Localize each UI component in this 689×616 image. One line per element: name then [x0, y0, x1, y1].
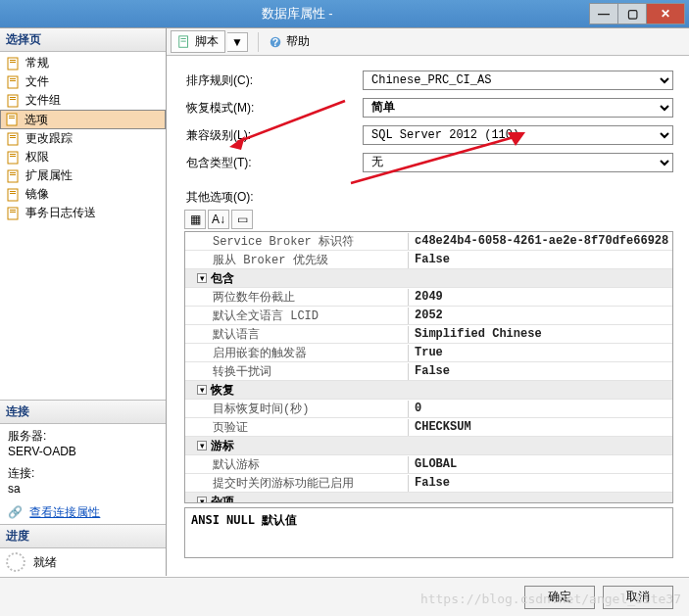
page-icon — [6, 206, 22, 221]
property-pages-button[interactable]: ▭ — [231, 210, 253, 229]
svg-rect-18 — [8, 170, 18, 182]
svg-rect-11 — [9, 118, 15, 118]
svg-rect-26 — [10, 212, 16, 213]
svg-rect-19 — [10, 172, 16, 173]
svg-rect-23 — [10, 193, 16, 194]
collapse-icon[interactable]: ▾ — [197, 273, 207, 283]
toolbar: 脚本 ▼ ? 帮助 — [167, 28, 689, 56]
svg-rect-21 — [8, 189, 18, 201]
page-icon — [6, 131, 22, 147]
svg-rect-3 — [8, 76, 18, 88]
svg-rect-8 — [10, 99, 16, 100]
minimize-button[interactable]: — — [589, 3, 618, 24]
window-title: 数据库属性 - — [4, 5, 590, 23]
select-page-header: 选择页 — [0, 28, 166, 52]
svg-rect-6 — [8, 95, 18, 107]
maximize-button[interactable]: ▢ — [617, 3, 647, 24]
collation-label: 排序规则(C): — [186, 72, 363, 89]
nav-item-8[interactable]: 事务日志传送 — [0, 204, 166, 222]
page-icon — [6, 168, 22, 184]
svg-rect-20 — [10, 174, 16, 175]
svg-rect-15 — [8, 152, 18, 164]
nav-item-6[interactable]: 扩展属性 — [0, 166, 166, 185]
property-row[interactable]: 目标恢复时间(秒)0 — [185, 400, 672, 418]
help-button[interactable]: ? 帮助 — [263, 31, 316, 52]
svg-rect-22 — [10, 191, 16, 192]
close-button[interactable]: ✕ — [646, 3, 685, 24]
property-row[interactable]: 提交时关闭游标功能已启用False — [185, 474, 672, 493]
page-icon — [6, 150, 22, 166]
property-row[interactable]: 默认语言Simplified Chinese — [185, 325, 672, 344]
svg-rect-25 — [10, 210, 16, 211]
title-bar: 数据库属性 - — ▢ ✕ — [0, 0, 689, 27]
svg-text:?: ? — [272, 35, 278, 47]
svg-rect-12 — [8, 133, 18, 145]
property-row[interactable]: 启用嵌套的触发器True — [185, 344, 672, 362]
svg-rect-13 — [10, 135, 16, 136]
nav-item-0[interactable]: 常规 — [0, 54, 166, 72]
property-description: ANSI NULL 默认值 — [184, 507, 673, 558]
svg-rect-2 — [10, 62, 16, 63]
other-options-label: 其他选项(O): — [186, 189, 689, 206]
svg-rect-1 — [10, 60, 16, 61]
page-icon — [6, 74, 22, 90]
recovery-select[interactable]: 简单 — [363, 98, 673, 118]
view-connection-link[interactable]: 查看连接属性 — [29, 505, 100, 519]
recovery-label: 恢复模式(M): — [186, 100, 363, 117]
svg-rect-0 — [8, 58, 18, 70]
form-area: 排序规则(C): Chinese_PRC_CI_AS 恢复模式(M): 简单 兼… — [167, 56, 689, 183]
script-icon — [177, 35, 191, 49]
nav-item-5[interactable]: 权限 — [0, 148, 166, 166]
category-row[interactable]: ▾杂项 — [185, 493, 672, 502]
property-grid[interactable]: Service Broker 标识符c48e24b4-6058-4261-ae2… — [184, 231, 673, 503]
help-icon: ? — [269, 35, 282, 49]
nav-item-7[interactable]: 镜像 — [0, 185, 166, 204]
progress-icon — [6, 552, 25, 572]
page-icon — [5, 112, 21, 127]
connection-info: 服务器: SERV-OADB 连接: sa 🔗 查看连接属性 — [0, 424, 166, 524]
nav-item-2[interactable]: 文件组 — [0, 91, 166, 110]
alphabetical-button[interactable]: A↓ — [208, 210, 229, 229]
compat-select[interactable]: SQL Server 2012 (110) — [363, 125, 673, 145]
svg-rect-10 — [9, 116, 15, 117]
svg-rect-7 — [10, 97, 16, 98]
grid-toolbar: ▦ A↓ ▭ — [184, 210, 673, 229]
category-row[interactable]: ▾包含 — [185, 269, 672, 288]
dialog-footer: 确定 取消 — [0, 577, 689, 616]
svg-rect-9 — [7, 114, 17, 125]
property-row[interactable]: 页验证CHECKSUM — [185, 418, 672, 437]
svg-rect-17 — [10, 156, 16, 157]
collapse-icon[interactable]: ▾ — [197, 441, 207, 450]
collation-select[interactable]: Chinese_PRC_CI_AS — [363, 71, 673, 90]
property-row[interactable]: 服从 Broker 优先级False — [185, 251, 672, 269]
cancel-button[interactable]: 取消 — [603, 586, 673, 609]
ok-button[interactable]: 确定 — [524, 586, 595, 609]
property-row[interactable]: 默认全文语言 LCID2052 — [185, 307, 672, 325]
nav-item-4[interactable]: 更改跟踪 — [0, 129, 166, 148]
category-row[interactable]: ▾恢复 — [185, 381, 672, 400]
connection-header: 连接 — [0, 401, 166, 424]
script-button[interactable]: 脚本 — [171, 30, 225, 53]
contain-select[interactable]: 无 — [363, 153, 673, 172]
collapse-icon[interactable]: ▾ — [197, 497, 207, 502]
left-panel: 选择页 常规文件文件组选项更改跟踪权限扩展属性镜像事务日志传送 连接 服务器: … — [0, 28, 167, 576]
nav-item-1[interactable]: 文件 — [0, 72, 166, 91]
categorized-button[interactable]: ▦ — [184, 210, 206, 229]
svg-rect-4 — [10, 78, 16, 79]
nav-item-3[interactable]: 选项 — [0, 110, 166, 129]
login-label: 连接: — [8, 465, 158, 481]
progress-status: 就绪 — [33, 554, 57, 571]
svg-rect-16 — [10, 154, 16, 155]
property-row[interactable]: 默认游标GLOBAL — [185, 455, 672, 474]
svg-rect-14 — [10, 137, 16, 138]
progress-header: 进度 — [0, 525, 166, 548]
script-dropdown[interactable]: ▼ — [227, 32, 248, 52]
property-row[interactable]: Service Broker 标识符c48e24b4-6058-4261-ae2… — [185, 232, 672, 251]
progress-row: 就绪 — [0, 548, 166, 576]
svg-rect-5 — [10, 80, 16, 81]
category-row[interactable]: ▾游标 — [185, 437, 672, 455]
collapse-icon[interactable]: ▾ — [197, 385, 207, 395]
property-row[interactable]: 两位数年份截止2049 — [185, 288, 672, 307]
property-row[interactable]: 转换干扰词False — [185, 362, 672, 381]
svg-rect-24 — [8, 208, 18, 219]
